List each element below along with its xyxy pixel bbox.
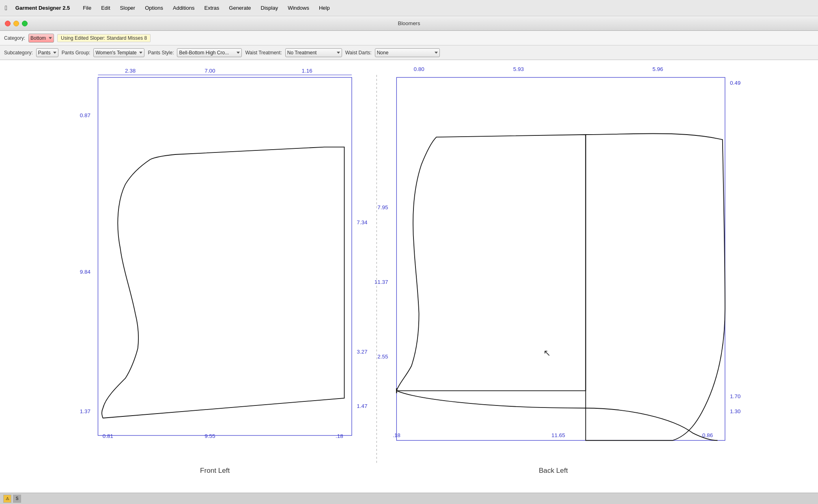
dim-left-mid: 9.84	[80, 269, 91, 275]
subcategory-select-wrap[interactable]: Pants	[36, 48, 58, 57]
cursor-icon: ↖	[543, 348, 551, 358]
menu-edit[interactable]: Edit	[96, 3, 115, 13]
back-dim-right-mid: 1.30	[730, 408, 741, 414]
dim-right-top: 7.34	[357, 219, 368, 225]
front-left-outline	[102, 147, 344, 418]
back-dim-top-right: 5.96	[652, 66, 663, 72]
menu-sloper[interactable]: Sloper	[115, 3, 140, 13]
dim-bot-left: 0.81	[103, 433, 113, 439]
category-select-wrap[interactable]: Bottom	[28, 34, 54, 43]
waist-darts-select[interactable]: None	[375, 48, 440, 57]
close-button[interactable]	[5, 21, 11, 26]
menu-help[interactable]: Help	[314, 3, 335, 13]
dim-top-left: 2.38	[125, 68, 136, 74]
back-dim-bot-mid: 11.65	[551, 432, 565, 438]
dim-top-right: 1.16	[301, 68, 312, 74]
waist-darts-label: Waist Darts:	[345, 50, 372, 56]
menu-display[interactable]: Display	[256, 3, 283, 13]
menu-generate[interactable]: Generate	[224, 3, 256, 13]
status-s-icon: S	[13, 495, 21, 503]
front-left-label: Front Left	[200, 466, 230, 474]
front-left-group: 2.38 7.00 1.16 0.87 9.84 1.37 7.34 3.27 …	[80, 68, 368, 474]
minimize-button[interactable]	[13, 21, 19, 26]
back-left-group: 0.80 5.93 5.96 0.49 7.95 11.37 2.55 1.70…	[375, 66, 741, 474]
pants-style-label: Pants Style:	[148, 50, 174, 56]
waist-treatment-select[interactable]: No Treatment	[285, 48, 342, 57]
pattern-svg: 2.38 7.00 1.16 0.87 9.84 1.37 7.34 3.27 …	[0, 60, 818, 493]
menu-options[interactable]: Options	[140, 3, 168, 13]
dim-right-bot: 1.47	[357, 403, 367, 410]
toolbar-row2: Subcategory: Pants Pants Group: Women's …	[0, 45, 818, 60]
back-left-boundary	[396, 77, 725, 440]
waist-darts-select-wrap[interactable]: None	[375, 48, 440, 57]
dim-top-mid: 7.00	[204, 68, 215, 74]
back-left-outline-left	[396, 135, 586, 391]
window-controls	[5, 21, 28, 26]
pants-group-label: Pants Group:	[62, 50, 90, 56]
window-title: Bloomers	[398, 20, 420, 26]
back-left-label: Back Left	[539, 466, 568, 474]
canvas-area: 2.38 7.00 1.16 0.87 9.84 1.37 7.34 3.27 …	[0, 60, 818, 493]
back-dim-left-bot: 2.55	[377, 354, 388, 360]
waist-treatment-label: Waist Treatment:	[245, 50, 282, 56]
maximize-button[interactable]	[22, 21, 28, 26]
back-dim-bot-right: 0.86	[702, 432, 713, 438]
back-dim-top-left: 0.80	[413, 66, 424, 72]
dim-left-bot: 1.37	[80, 408, 90, 414]
back-dim-right-mid-top: 1.70	[730, 393, 741, 399]
subcategory-label: Subcategory:	[4, 50, 33, 56]
sloper-info: Using Edited Sloper: Standard Misses 8	[57, 34, 151, 42]
menu-additions[interactable]: Additions	[168, 3, 199, 13]
back-dim-left-top: 7.95	[377, 204, 388, 210]
statusbar: ⚠ S	[0, 493, 818, 504]
dim-left-top: 0.87	[80, 112, 90, 118]
menu-extras[interactable]: Extras	[199, 3, 224, 13]
warning-icon: ⚠	[3, 495, 11, 503]
dim-bot-right: .18	[336, 433, 343, 439]
pants-style-select-wrap[interactable]: Bell-Bottom High Cro...	[177, 48, 242, 57]
pants-style-select[interactable]: Bell-Bottom High Cro...	[177, 48, 242, 57]
category-label: Category:	[4, 35, 25, 41]
pants-group-select-wrap[interactable]: Women's Template	[93, 48, 144, 57]
subcategory-select[interactable]: Pants	[36, 48, 58, 57]
titlebar: Bloomers	[0, 16, 818, 31]
back-left-outline-right	[586, 134, 725, 441]
back-dim-bot-left: .18	[393, 432, 400, 438]
toolbar-row1: Category: Bottom Using Edited Sloper: St…	[0, 31, 818, 45]
dim-bot-mid: 9.55	[204, 433, 215, 439]
back-dim-right-top: 0.49	[730, 80, 741, 86]
menubar:  Garment Designer 2.5 File Edit Sloper …	[0, 0, 818, 16]
apple-logo-icon: 	[5, 4, 7, 12]
menu-windows[interactable]: Windows	[283, 3, 314, 13]
front-left-boundary	[98, 77, 351, 435]
waist-treatment-select-wrap[interactable]: No Treatment	[285, 48, 342, 57]
app-name: Garment Designer 2.5	[15, 5, 70, 11]
back-dim-top-mid: 5.93	[513, 66, 524, 72]
dim-right-mid: 3.27	[357, 349, 367, 355]
menu-file[interactable]: File	[78, 3, 96, 13]
pants-group-select[interactable]: Women's Template	[93, 48, 144, 57]
category-select[interactable]: Bottom	[28, 34, 54, 43]
